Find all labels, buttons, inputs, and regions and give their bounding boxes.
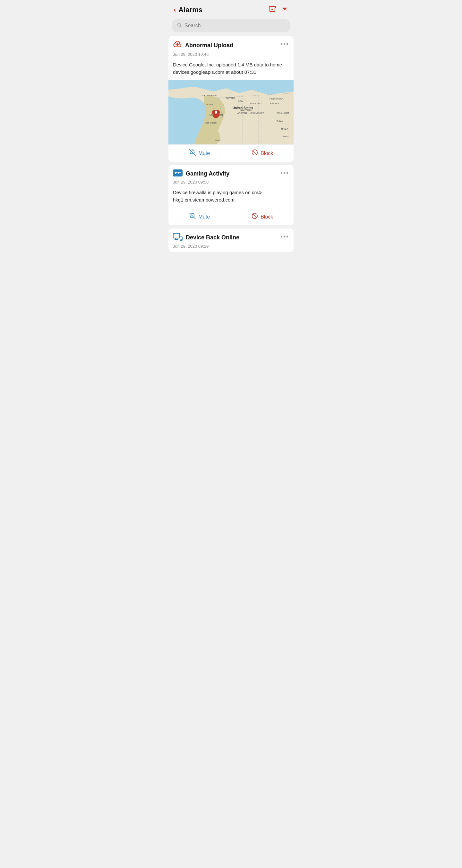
card-header-3: Device Back Online ••• — [168, 228, 294, 243]
alarm-card-abnormal-upload: Abnormal Upload ••• Jun 29, 2020 10:46 D… — [168, 36, 294, 162]
search-bar[interactable] — [172, 19, 290, 32]
block-button[interactable]: Block — [231, 145, 294, 162]
more-options-button-3[interactable]: ••• — [280, 233, 289, 240]
card-header: Abnormal Upload ••• — [168, 36, 294, 51]
svg-rect-48 — [173, 233, 180, 238]
alarm-map: United States NEBRASKA NEVADA UTAH COLOR… — [168, 80, 294, 145]
alarm-timestamp-3: Jun 29, 2020 09:29 — [168, 243, 294, 252]
svg-text:ARIZONA: ARIZONA — [238, 112, 247, 114]
header: ‹ Alarms — [168, 0, 294, 18]
alarm-title-3: Device Back Online — [186, 234, 239, 241]
archive-button[interactable] — [269, 5, 276, 15]
svg-rect-52 — [180, 237, 182, 240]
gaming-icon — [173, 169, 183, 178]
card-title-row-3: Device Back Online — [173, 233, 239, 242]
block-label: Block — [260, 151, 273, 156]
svg-text:San Francisco: San Francisco — [202, 94, 217, 97]
svg-text:Dallas: Dallas — [277, 120, 283, 122]
block-icon-2 — [251, 213, 258, 221]
header-left: ‹ Alarms — [174, 6, 203, 14]
alarm-card-gaming-activity: Gaming Activity ••• Jun 29, 2020 09:58 D… — [168, 165, 294, 225]
search-icon — [177, 23, 182, 29]
card-title-row-2: Gaming Activity — [173, 169, 229, 178]
header-icons — [269, 5, 288, 15]
svg-text:TEXAS: TEXAS — [281, 128, 288, 130]
svg-text:NEVADA: NEVADA — [226, 97, 236, 99]
more-options-button-2[interactable]: ••• — [280, 169, 289, 177]
alarm-timestamp-2: Jun 29, 2020 09:58 — [168, 179, 294, 188]
block-icon — [251, 149, 258, 157]
svg-text:Mexico: Mexico — [215, 139, 222, 142]
svg-text:KANSAS: KANSAS — [270, 102, 279, 104]
alarm-title: Abnormal Upload — [185, 42, 233, 49]
svg-text:NEBRASKA: NEBRASKA — [270, 97, 284, 100]
svg-line-7 — [180, 26, 182, 27]
mute-button-2[interactable]: Mute — [168, 208, 231, 225]
svg-line-47 — [253, 214, 257, 218]
svg-line-45 — [190, 213, 195, 219]
mute-button[interactable]: Mute — [168, 145, 231, 162]
more-options-button[interactable]: ••• — [280, 40, 289, 48]
svg-rect-44 — [177, 172, 178, 173]
svg-rect-0 — [269, 6, 276, 8]
alarm-timestamp: Jun 29, 2020 10:46 — [168, 51, 294, 60]
block-label-2: Block — [260, 214, 273, 220]
card-title-row: Abnormal Upload — [173, 40, 233, 50]
card-header-2: Gaming Activity ••• — [168, 165, 294, 179]
upload-cloud-icon — [173, 40, 182, 50]
svg-text:UTAH: UTAH — [238, 100, 244, 102]
alarm-body: Device Google, Inc. uploaded 1.4 MB data… — [168, 60, 294, 80]
svg-text:OKLAHOMA: OKLAHOMA — [277, 112, 289, 114]
block-button-2[interactable]: Block — [231, 208, 294, 225]
svg-text:Houst: Houst — [283, 135, 288, 138]
alarm-body-2: Device firewalla is playing games on cm4… — [168, 188, 294, 208]
svg-rect-41 — [175, 172, 176, 174]
svg-text:San Diego○: San Diego○ — [205, 122, 217, 124]
alarm-title-2: Gaming Activity — [186, 170, 229, 177]
back-button[interactable]: ‹ — [174, 6, 176, 14]
svg-point-34 — [215, 111, 217, 114]
device-icon — [173, 233, 183, 242]
mute-icon — [189, 149, 196, 157]
svg-point-42 — [179, 172, 181, 173]
svg-text:NEW MEXICO: NEW MEXICO — [250, 112, 265, 114]
card-actions: Mute Block — [168, 145, 294, 162]
svg-text:○Las Vegas: ○Las Vegas — [240, 109, 251, 111]
alarm-card-device-back-online: Device Back Online ••• Jun 29, 2020 09:2… — [168, 228, 294, 252]
svg-text:COLORADO: COLORADO — [249, 102, 262, 104]
search-input[interactable] — [184, 23, 285, 29]
mute-label: Mute — [198, 151, 210, 156]
mute-label-2: Mute — [198, 214, 210, 220]
filter-button[interactable] — [281, 5, 288, 15]
svg-line-37 — [253, 151, 257, 154]
mute-icon-2 — [189, 213, 196, 221]
svg-text:CALIFO: CALIFO — [205, 103, 213, 105]
page-title: Alarms — [178, 6, 203, 14]
card-actions-2: Mute Block — [168, 208, 294, 225]
svg-line-35 — [190, 150, 195, 155]
